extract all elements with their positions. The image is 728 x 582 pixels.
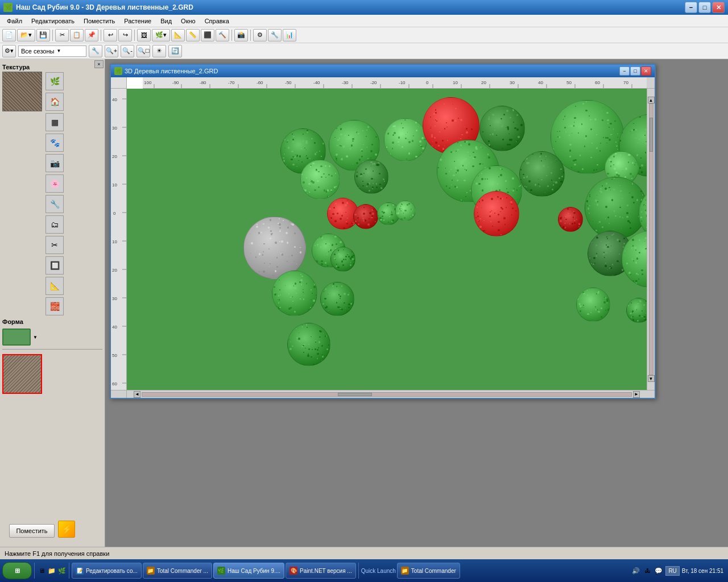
vscroll-thumb[interactable] — [650, 118, 653, 152]
hscroll-thumb[interactable] — [338, 393, 372, 396]
menu-place[interactable]: Поместить — [79, 16, 119, 26]
taskbar-app-commander[interactable]: 📁 Total Commander ... — [143, 563, 212, 579]
inner-minimize-btn[interactable]: − — [619, 66, 630, 76]
vscroll-up-btn[interactable]: ▲ — [648, 97, 655, 103]
taskbar-app-edit[interactable]: 📝 Редактировать со... — [72, 563, 142, 579]
tb-image[interactable]: 🖼 — [137, 29, 151, 41]
shape-arrow[interactable]: ▼ — [33, 335, 38, 340]
tb2-zoom-fit[interactable]: 🔍□ — [136, 45, 150, 57]
hscroll-left-btn[interactable]: ◄ — [134, 391, 140, 398]
inner-maximize-btn[interactable]: □ — [630, 66, 640, 76]
season-dropdown[interactable]: Все сезоны ▼ — [18, 45, 86, 57]
tray-icon-sound[interactable]: 🔊 — [631, 566, 640, 575]
side-icon-box[interactable]: 🔲 — [46, 256, 64, 275]
shape-box[interactable] — [2, 329, 31, 346]
tb2-rotate[interactable]: 🔄 — [168, 45, 182, 57]
svg-text:20: 20 — [112, 268, 117, 273]
close-button[interactable]: ✕ — [712, 2, 725, 13]
title-bar: 🌿 Наш Сад Рубин 9.0 - 3D Деревья листвен… — [0, 0, 728, 15]
tb2-wrench[interactable]: 🔧 — [89, 45, 102, 57]
tb-photo[interactable]: 📸 — [234, 29, 248, 41]
tray-icon-msg[interactable]: 💬 — [654, 566, 663, 575]
tb-new[interactable]: 📄 — [2, 29, 16, 41]
tree — [330, 247, 355, 272]
side-icon-grid[interactable]: ▦ — [46, 113, 64, 131]
side-icon-paw[interactable]: 🐾 — [46, 134, 64, 152]
tb-fill[interactable]: ⬛ — [201, 29, 214, 41]
texture-preview[interactable] — [2, 72, 42, 111]
side-icon-measure[interactable]: 📐 — [46, 277, 64, 295]
svg-text:-20: -20 — [370, 80, 377, 85]
tb-open[interactable]: 📂▾ — [17, 29, 35, 41]
side-icon-folder[interactable]: 🗂 — [46, 215, 64, 234]
hscroll-right-btn[interactable]: ► — [633, 391, 640, 398]
side-icon-nature[interactable]: 🌿 — [46, 72, 64, 90]
left-panel-close[interactable]: × — [94, 60, 104, 68]
tb-settings[interactable]: ⚙ — [253, 29, 267, 41]
shape-selector: ▼ — [2, 329, 102, 346]
language-badge[interactable]: RU — [665, 566, 679, 576]
side-icon-camera[interactable]: 📷 — [46, 154, 64, 172]
separator3 — [134, 30, 135, 41]
menu-plant[interactable]: Растение — [119, 16, 156, 26]
texture-preview-selected[interactable] — [2, 354, 42, 394]
tb-redo[interactable]: ↪ — [118, 29, 132, 41]
tb2-zoom-in[interactable]: 🔍+ — [105, 45, 118, 57]
tb2-zoom-out[interactable]: 🔍- — [121, 45, 134, 57]
vertical-scrollbar[interactable]: ▲ ▼ — [647, 89, 655, 390]
menu-edit[interactable]: Редактировать — [27, 16, 79, 26]
side-icon-flower[interactable]: 🌸 — [46, 174, 64, 193]
tb-paste[interactable]: 📌 — [85, 29, 98, 41]
side-icon-brick[interactable]: 🧱 — [46, 297, 64, 315]
menu-file[interactable]: Файл — [2, 16, 27, 26]
inner-title-buttons: − □ ✕ — [619, 66, 651, 76]
start-button[interactable]: ⊞ — [2, 562, 32, 579]
side-icon-tool[interactable]: 🔧 — [46, 195, 64, 213]
minimize-button[interactable]: − — [685, 2, 697, 13]
tray-icon-network[interactable]: 🖧 — [643, 566, 652, 575]
taskbar-app-garden[interactable]: 🌿 Наш Сад Рубин 9.... — [213, 563, 284, 579]
tree — [320, 282, 354, 316]
tb-build[interactable]: 🔨 — [216, 29, 229, 41]
horizontal-scrollbar[interactable]: ◄ ► — [127, 390, 647, 398]
svg-text:40: 40 — [538, 80, 543, 85]
inner-close-btn[interactable]: ✕ — [641, 66, 651, 76]
system-clock[interactable]: Вт, 18 сен 21:51 — [682, 568, 723, 574]
quicklaunch-icon1[interactable]: 🖥 — [37, 566, 46, 575]
taskbar-app-commander2[interactable]: 📁 Total Commander — [397, 563, 460, 579]
menu-view[interactable]: Вид — [156, 16, 176, 26]
tb-cut[interactable]: ✂ — [55, 29, 69, 41]
menu-help[interactable]: Справка — [200, 16, 234, 26]
tb-undo[interactable]: ↩ — [104, 29, 117, 41]
tb2-sun[interactable]: ☀ — [152, 45, 166, 57]
canvas-viewport[interactable] — [127, 89, 647, 390]
tb2-settings[interactable]: ⚙▾ — [2, 45, 16, 57]
quicklaunch-icon2[interactable]: 📁 — [47, 566, 56, 575]
inner-window: 🌿 3D Деревья лиственные_2.GRD − □ ✕ — [110, 64, 656, 399]
maximize-button[interactable]: □ — [698, 2, 711, 13]
svg-text:0: 0 — [113, 211, 116, 216]
tb-tools[interactable]: 🔧 — [268, 29, 282, 41]
side-icon-house[interactable]: 🏠 — [46, 93, 64, 111]
sep3 — [358, 563, 359, 579]
taskbar-app-paint[interactable]: 🎨 Paint.NET версия ... — [286, 563, 356, 579]
place-button[interactable]: Поместить — [9, 524, 55, 538]
side-icon-scissors[interactable]: ✂ — [46, 236, 64, 254]
separator4 — [231, 30, 232, 41]
tb-measure[interactable]: 📐 — [171, 29, 185, 41]
tb-save[interactable]: 💾 — [36, 29, 50, 41]
svg-text:0: 0 — [426, 80, 429, 85]
taskbar-app-edit-icon: 📝 — [76, 567, 84, 575]
menu-window[interactable]: Окно — [176, 16, 200, 26]
taskbar-app-edit-label: Редактировать со... — [86, 568, 138, 574]
tb-ruler[interactable]: 📏 — [186, 29, 200, 41]
tb-chart[interactable]: 📊 — [283, 29, 296, 41]
quick-launch-separator — [34, 563, 35, 579]
place-icon[interactable]: ⚡ — [58, 521, 75, 538]
tree — [300, 160, 340, 199]
tb-copy[interactable]: 📋 — [70, 29, 84, 41]
vscroll-down-btn[interactable]: ▼ — [648, 375, 655, 382]
quicklaunch-icon3[interactable]: 🌿 — [57, 566, 67, 575]
left-ruler-svg: 40 30 20 10 0 10 — [111, 89, 127, 390]
tb-plant[interactable]: 🌿▾ — [152, 29, 170, 41]
